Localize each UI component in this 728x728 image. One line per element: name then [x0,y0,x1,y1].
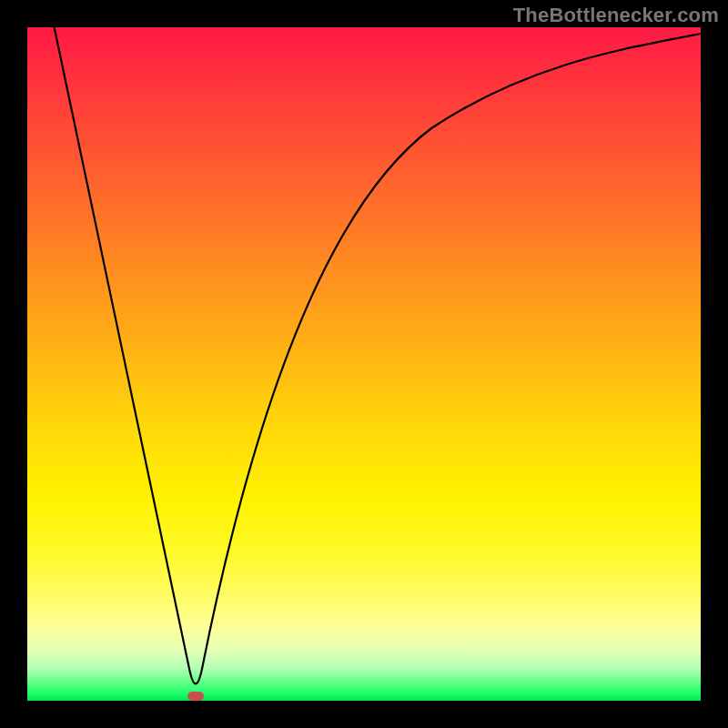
dip-marker [187,692,204,701]
watermark-text: TheBottlenecker.com [513,4,719,27]
curve-svg [27,27,701,701]
chart-container: TheBottlenecker.com [0,0,728,728]
bottleneck-curve [55,27,701,684]
plot-area [27,27,701,701]
